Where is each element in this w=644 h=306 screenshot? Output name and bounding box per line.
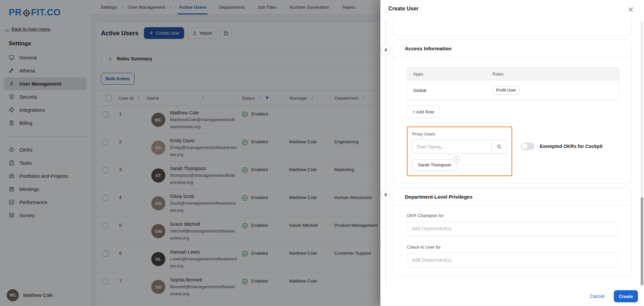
apps-roles-table: Apps Roles GlobalProfit User [407,67,619,100]
exempted-okrs-toggle[interactable] [521,143,534,150]
create-user-drawer: Create User 4 5 Access Information Apps … [380,0,644,306]
proxy-user-chip[interactable]: Sarah Thompson [412,159,457,171]
search-icon [496,144,502,149]
proxy-search-group [412,140,507,154]
scrollbar-thumb[interactable] [641,197,643,285]
privilege-field: OKR Champion for [407,213,618,236]
check-in-user-for-input[interactable] [407,253,618,267]
role-chip[interactable]: Profit User [492,86,520,95]
access-information-section: Access Information Apps Roles GlobalProf… [393,40,632,184]
exempt-toggle-group: Exempted OKRs for Cockpit [521,143,602,150]
step-rail [385,19,386,287]
modal-backdrop[interactable] [0,0,380,306]
remove-proxy-user-icon[interactable] [454,156,460,162]
exempt-toggle-label: Exempted OKRs for Cockpit [540,144,602,149]
drawer-scrollbar[interactable] [641,21,643,287]
privileges-fields: OKR Champion forCheck-in User for [393,206,631,267]
proxy-users-field: Proxy Users Sarah Thompson [407,126,512,176]
create-button[interactable]: Create [614,290,638,302]
proxy-users-label: Proxy Users [412,132,507,137]
apps-roles-body: GlobalProfit User [407,81,619,100]
app-name: Global [407,88,486,93]
search-button[interactable] [491,140,507,154]
privilege-field: Check-in User for [407,245,618,267]
drawer-header: Create User [380,0,644,19]
previous-section-card [393,19,632,36]
proxy-selected-users: Sarah Thompson [412,159,507,171]
drawer-footer: Cancel Create [380,287,644,306]
cancel-button[interactable]: Cancel [590,294,604,299]
drawer-title: Create User [388,6,419,12]
add-role-button[interactable]: + Add Role [407,106,440,118]
close-icon[interactable] [628,6,634,13]
proxy-users-input[interactable] [412,140,491,154]
section-title: Department-Level Privileges [393,188,631,206]
section-title: Access Information [393,40,631,57]
apps-roles-row: GlobalProfit User [407,81,619,100]
step-4-badge: 4 [381,45,391,55]
step-5-badge: 5 [381,190,391,200]
apps-roles-header: Apps Roles [407,68,619,81]
field-label: OKR Champion for [407,213,618,218]
toggle-knob [522,143,528,149]
okr-champion-for-input[interactable] [407,221,618,236]
field-label: Check-in User for [407,245,618,250]
department-privileges-section: Department-Level Privileges OKR Champion… [393,188,632,276]
